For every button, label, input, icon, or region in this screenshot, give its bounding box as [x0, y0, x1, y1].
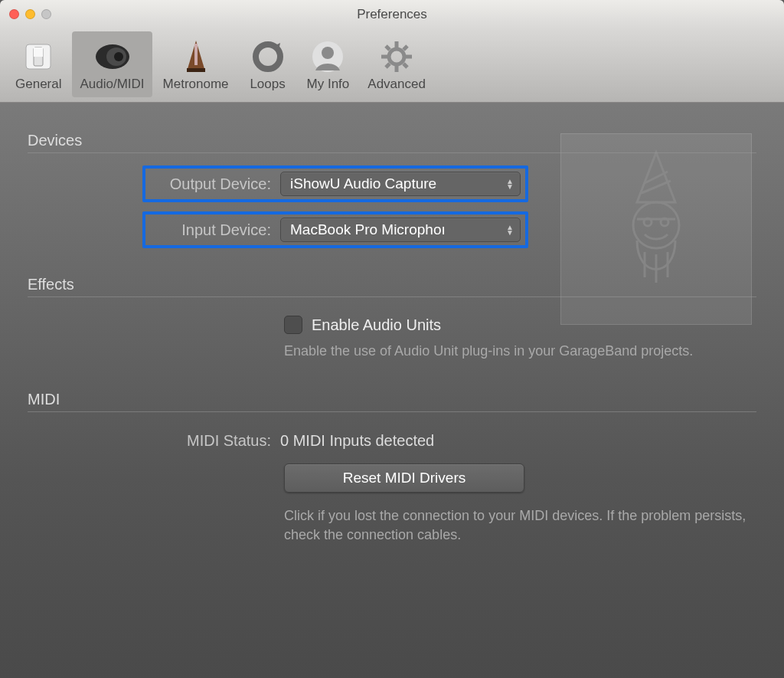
tab-advanced[interactable]: Advanced	[360, 31, 433, 97]
enable-audio-units-checkbox[interactable]	[284, 316, 302, 334]
svg-line-17	[386, 46, 390, 50]
maximize-window-button[interactable]	[41, 9, 51, 19]
close-window-button[interactable]	[9, 9, 19, 19]
user-icon	[311, 38, 345, 75]
tab-my-info-label: My Info	[307, 77, 350, 92]
svg-point-24	[633, 202, 679, 248]
tab-general[interactable]: General	[8, 31, 69, 97]
chevron-updown-icon: ▲▼	[506, 179, 514, 189]
input-device-select[interactable]: MacBook Pro Microphoı ▲▼	[280, 218, 521, 242]
svg-point-11	[322, 47, 334, 59]
tab-loops-label: Loops	[250, 77, 285, 92]
svg-rect-2	[34, 47, 43, 57]
window-title: Preferences	[0, 7, 784, 22]
traffic-lights	[9, 9, 51, 19]
gear-icon	[380, 38, 413, 75]
reset-midi-drivers-button[interactable]: Reset MIDI Drivers	[284, 463, 524, 493]
content-pane: Devices Output Device: iShowU Audio Capt…	[0, 103, 784, 678]
input-device-highlight: Input Device: MacBook Pro Microphoı ▲▼	[142, 211, 528, 248]
reset-midi-drivers-label: Reset MIDI Drivers	[343, 470, 466, 486]
output-device-label: Output Device:	[150, 175, 280, 193]
chevron-updown-icon: ▲▼	[506, 224, 514, 235]
section-title-midi: MIDI	[28, 391, 756, 408]
input-device-label: Input Device:	[150, 221, 280, 239]
divider	[28, 411, 756, 412]
svg-line-20	[403, 46, 407, 50]
tab-advanced-label: Advanced	[368, 77, 426, 92]
divider	[28, 152, 756, 153]
loops-icon	[251, 38, 285, 75]
toolbar: General Audio/MIDI Metronome	[0, 28, 784, 103]
svg-line-18	[403, 64, 407, 67]
midi-status-value: 0 MIDI Inputs detected	[280, 432, 434, 450]
tab-audio-midi[interactable]: Audio/MIDI	[72, 31, 152, 97]
input-device-value: MacBook Pro Microphoı	[290, 221, 446, 238]
metronome-icon	[181, 38, 211, 75]
enable-audio-units-label: Enable Audio Units	[312, 316, 441, 334]
output-device-highlight: Output Device: iShowU Audio Capture ▲▼	[142, 165, 528, 202]
enable-audio-units-help: Enable the use of Audio Unit plug-ins in…	[284, 342, 713, 360]
svg-point-5	[114, 52, 123, 61]
divider	[28, 296, 756, 297]
tab-loops[interactable]: Loops	[240, 31, 296, 97]
svg-rect-7	[187, 68, 205, 72]
speaker-icon	[92, 38, 133, 75]
tab-general-label: General	[15, 77, 61, 92]
midi-help: Click if you lost the connection to your…	[284, 506, 759, 544]
svg-point-12	[389, 49, 404, 64]
tab-metronome[interactable]: Metronome	[155, 31, 237, 97]
switch-icon	[23, 38, 54, 75]
output-device-value: iShowU Audio Capture	[290, 175, 436, 192]
svg-rect-8	[194, 44, 198, 65]
tab-audio-midi-label: Audio/MIDI	[80, 77, 144, 92]
svg-line-19	[386, 64, 390, 67]
output-device-select[interactable]: iShowU Audio Capture ▲▼	[280, 172, 521, 196]
midi-status-label: MIDI Status:	[28, 432, 280, 450]
titlebar: Preferences	[0, 0, 784, 28]
tab-metronome-label: Metronome	[163, 77, 229, 92]
minimize-window-button[interactable]	[25, 9, 35, 19]
tab-my-info[interactable]: My Info	[299, 31, 358, 97]
